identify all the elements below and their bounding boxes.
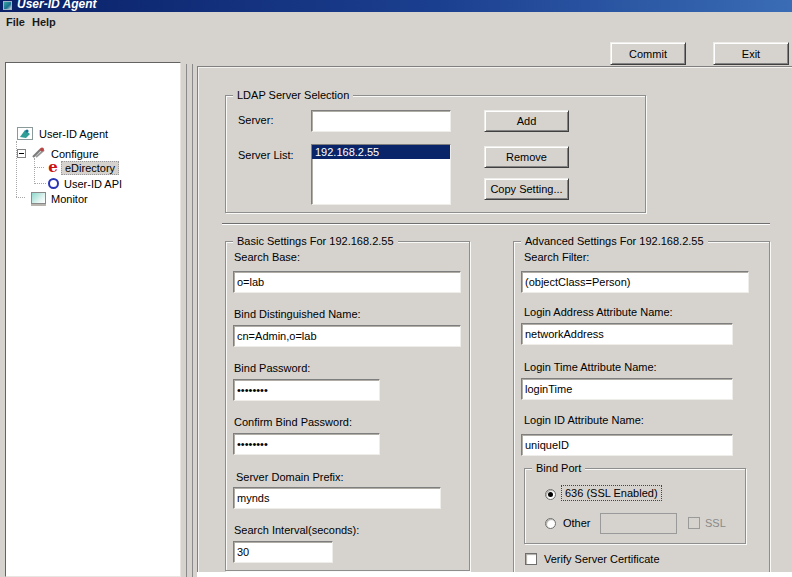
basic-settings-group: Basic Settings For 192.168.2.55 Search B… [225,241,470,571]
verify-certificate-checkbox[interactable] [525,553,537,565]
tree-connector [34,167,44,168]
ssl-checkbox[interactable] [688,517,700,529]
search-interval-input[interactable] [233,541,333,563]
tree-item-label: User-ID Agent [36,128,111,140]
tree-connector [16,197,25,198]
verify-certificate-label[interactable]: Verify Server Certificate [544,553,660,565]
search-base-input[interactable] [233,271,461,293]
splitter[interactable] [186,64,187,577]
menu-bar: File Help [0,12,792,31]
search-filter-label: Search Filter: [524,251,589,263]
tree-item-user-id-api[interactable]: User-ID API [61,177,125,191]
server-list-item[interactable]: 192.168.2.55 [312,145,450,159]
bind-port-group: Bind Port 636 (SSL Enabled) Other SSL [524,468,746,544]
configure-icon [31,147,46,159]
group-title: Bind Port [532,462,585,474]
group-title: Advanced Settings For 192.168.2.55 [521,235,708,247]
edirectory-icon: e [46,160,60,175]
group-title: LDAP Server Selection [233,89,353,101]
tree-item-label: eDirectory [61,161,119,175]
tree-connector [34,183,46,184]
server-listbox[interactable]: 192.168.2.55 [311,144,451,205]
server-input[interactable] [311,110,451,132]
ssl-port-radio-label[interactable]: 636 (SSL Enabled) [561,485,662,501]
splitter[interactable] [192,64,193,577]
server-label: Server: [238,114,273,126]
domain-prefix-input[interactable] [233,487,441,509]
group-title: Basic Settings For 192.168.2.55 [233,235,398,247]
collapse-expander-icon[interactable] [17,149,26,158]
monitor-icon [31,192,46,204]
agent-icon [17,127,33,140]
tree-item-monitor[interactable]: Monitor [48,192,91,206]
other-port-radio[interactable] [545,518,556,529]
other-port-input[interactable] [600,513,677,534]
domain-prefix-label: Server Domain Prefix: [236,471,344,483]
tree-item-label: Monitor [48,193,91,205]
remove-button[interactable]: Remove [484,146,569,168]
commit-button[interactable]: Commit [610,42,686,65]
separator-line [222,223,770,225]
login-time-label: Login Time Attribute Name: [524,361,657,373]
confirm-password-input[interactable] [233,433,380,455]
add-button[interactable]: Add [484,110,569,132]
search-base-label: Search Base: [234,251,300,263]
ssl-port-radio[interactable] [545,489,556,500]
login-id-label: Login ID Attribute Name: [524,414,644,426]
search-filter-input[interactable] [521,271,749,293]
tree-item-label: Configure [48,148,102,160]
bind-dn-label: Bind Distinguished Name: [234,308,361,320]
search-interval-label: Search Interval(seconds): [234,524,359,536]
other-port-radio-label[interactable]: Other [563,517,591,529]
tree-item-user-id-agent[interactable]: User-ID Agent [36,127,111,141]
server-list-label: Server List: [238,149,294,161]
login-address-input[interactable] [521,323,733,345]
bind-password-label: Bind Password: [234,362,310,374]
copy-setting-button[interactable]: Copy Setting... [484,178,569,200]
ldap-server-selection-group: LDAP Server Selection Server: Add Server… [225,95,646,213]
login-time-input[interactable] [521,378,733,400]
window-title: User-ID Agent [17,0,97,11]
user-id-api-icon [48,178,59,189]
tree-item-configure[interactable]: Configure [48,147,102,161]
app-icon [3,1,12,10]
bind-password-input[interactable] [233,379,380,401]
bottom-edge [197,572,792,577]
menu-help[interactable]: Help [28,15,60,29]
ssl-checkbox-label: SSL [705,517,726,529]
tree-item-edirectory[interactable]: eDirectory [61,161,119,175]
menu-file[interactable]: File [2,15,29,29]
navigation-tree: e User-ID Agent Configure eDirectory Use… [5,62,181,577]
exit-button[interactable]: Exit [713,42,789,65]
bind-dn-input[interactable] [233,325,461,347]
login-id-input[interactable] [521,434,733,456]
tree-item-label: User-ID API [61,178,125,190]
login-address-label: Login Address Attribute Name: [524,306,673,318]
advanced-settings-group: Advanced Settings For 192.168.2.55 Searc… [513,241,770,577]
confirm-password-label: Confirm Bind Password: [234,416,352,428]
title-bar[interactable]: User-ID Agent [0,0,792,12]
tree-connector [34,158,35,184]
user-id-agent-window: User-ID Agent File Help Commit Exit e Us… [0,0,792,577]
